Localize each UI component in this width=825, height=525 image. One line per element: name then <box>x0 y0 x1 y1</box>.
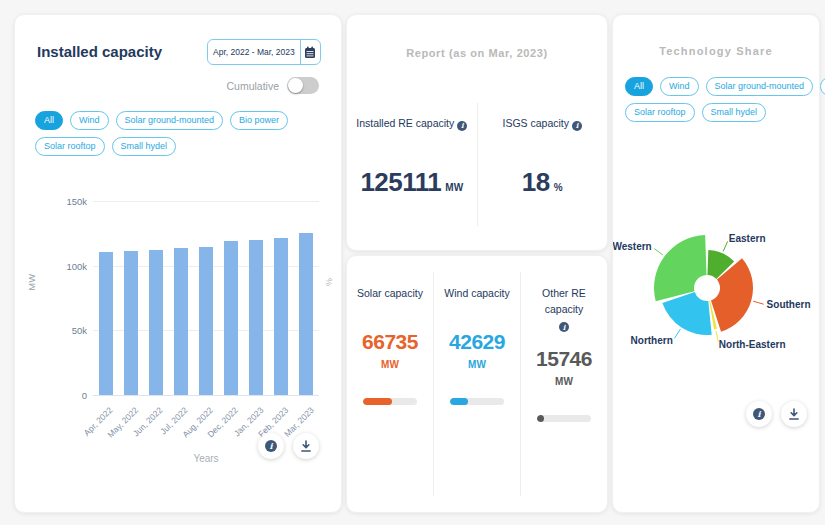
technology-share-title: Technology Share <box>613 45 819 57</box>
info-icon[interactable]: i <box>559 322 569 332</box>
y-tick-label: 50k <box>72 325 87 336</box>
filter-chip-solar-ground-mounted[interactable]: Solar ground-mounted <box>116 111 224 130</box>
metric-value: 125111 <box>360 167 441 198</box>
bar-jun-2022[interactable] <box>149 250 163 396</box>
y-tick-label: 100k <box>66 260 87 271</box>
bar-slot <box>294 201 319 395</box>
bar-slot <box>118 201 143 395</box>
capacity-value: 66735 <box>362 330 418 354</box>
metric-isgs-capacity: ISGS capacityi18% <box>478 103 608 226</box>
bar-apr-2022[interactable] <box>99 252 113 395</box>
filter-chip-solar-rooftop[interactable]: Solar rooftop <box>35 137 105 156</box>
report-metrics: Installed RE capacityi125111MWISGS capac… <box>347 103 607 226</box>
pie-label-north-eastern: North-Eastern <box>719 339 786 350</box>
metric-label: Installed RE capacityi <box>356 117 467 131</box>
info-button[interactable]: i <box>258 433 284 459</box>
capacity-solar-capacity: Solar capacity66735MW <box>347 272 434 496</box>
capacity-label: Solar capacity <box>357 286 423 316</box>
bar-slot <box>193 201 218 395</box>
metric-unit: MW <box>445 182 463 193</box>
capacity-unit: MW <box>555 376 573 387</box>
filter-chip-bio-power[interactable]: Bio power <box>230 111 288 130</box>
filter-chip-all[interactable]: All <box>625 77 653 96</box>
bars-container <box>93 201 319 395</box>
cumulative-label: Cumulative <box>226 80 279 92</box>
technology-filter-chips: AllWindSolar ground-mountedBio powerSola… <box>35 111 327 156</box>
download-icon <box>788 408 800 421</box>
report-title: Report (as on Mar, 2023) <box>347 47 607 59</box>
capacity-progress-fill <box>450 398 468 405</box>
cumulative-toggle[interactable] <box>287 77 319 94</box>
bar-feb-2023[interactable] <box>274 238 288 395</box>
cumulative-toggle-row: Cumulative <box>226 77 319 94</box>
bar-slot <box>219 201 244 395</box>
page-title: Installed capacity <box>37 43 162 60</box>
bar-slot <box>143 201 168 395</box>
capacity-unit: MW <box>468 359 486 370</box>
filter-chip-all[interactable]: All <box>35 111 63 130</box>
filter-chip-bio-power[interactable]: Bio power <box>820 77 825 96</box>
y-tick-label: 150k <box>66 196 87 207</box>
metric-value-row: 18% <box>522 167 563 198</box>
info-icon[interactable]: i <box>572 121 582 131</box>
capacity-label: Wind capacity <box>444 286 509 316</box>
y-tick-label: 0 <box>82 390 87 401</box>
filter-chip-solar-ground-mounted[interactable]: Solar ground-mounted <box>706 77 814 96</box>
pie-label-northern: Northern <box>631 335 673 346</box>
info-button[interactable]: i <box>746 401 772 427</box>
bar-may-2022[interactable] <box>124 251 138 395</box>
info-icon[interactable]: i <box>457 121 467 131</box>
date-range-value: Apr, 2022 - Mar, 2023 <box>208 47 300 57</box>
calendar-icon[interactable] <box>301 46 320 59</box>
technology-share-panel: Technology Share AllWindSolar ground-mou… <box>612 14 820 513</box>
download-button[interactable] <box>293 433 319 459</box>
capacity-progress-track <box>363 398 416 405</box>
capacity-progress-fill <box>537 415 544 422</box>
y-axis-label: MW <box>27 274 37 291</box>
report-panel: Report (as on Mar, 2023) Installed RE ca… <box>346 14 608 251</box>
pie-slice-northern[interactable] <box>662 292 711 335</box>
filter-chip-wind[interactable]: Wind <box>70 111 109 130</box>
capacity-progress-track <box>450 398 503 405</box>
bar-slot <box>93 201 118 395</box>
toggle-knob <box>288 78 303 93</box>
capacity-progress-track <box>537 415 590 422</box>
date-range-picker[interactable]: Apr, 2022 - Mar, 2023 <box>207 39 321 65</box>
metric-value: 18 <box>522 167 550 198</box>
pie-action-buttons: i <box>746 401 807 427</box>
bar-slot <box>168 201 193 395</box>
metric-unit: % <box>554 182 563 193</box>
filter-chip-wind[interactable]: Wind <box>660 77 699 96</box>
bar-jan-2023[interactable] <box>249 240 263 395</box>
region-share-donut-chart: EasternSouthernNorth-EasternNorthernWest… <box>613 191 821 403</box>
bar-chart <box>93 201 319 395</box>
filter-chip-solar-rooftop[interactable]: Solar rooftop <box>625 103 695 122</box>
bar-slot <box>244 201 269 395</box>
bar-mar-2023[interactable] <box>299 233 313 395</box>
metric-value-row: 125111MW <box>360 167 463 198</box>
secondary-y-axis-label: % <box>324 278 334 286</box>
bar-dec-2022[interactable] <box>224 241 238 395</box>
capacity-value: 15746 <box>536 347 592 371</box>
pie-leader-line <box>753 301 764 304</box>
info-icon: i <box>265 440 277 452</box>
bar-jul-2022[interactable] <box>174 248 188 395</box>
filter-chip-small-hydel[interactable]: Small hydel <box>702 103 767 122</box>
download-icon <box>300 440 312 453</box>
pie-slice-western[interactable] <box>654 235 707 301</box>
download-button[interactable] <box>781 401 807 427</box>
capacity-breakdown-panel: Solar capacity66735MWWind capacity42629M… <box>346 255 608 513</box>
gridline <box>93 395 319 396</box>
pie-label-southern: Southern <box>767 299 811 310</box>
capacity-wind-capacity: Wind capacity42629MW <box>434 272 521 496</box>
metric-installed-re-capacity: Installed RE capacityi125111MW <box>347 103 478 226</box>
pie-leader-line <box>654 248 663 255</box>
capacity-columns: Solar capacity66735MWWind capacity42629M… <box>347 272 607 496</box>
filter-chip-small-hydel[interactable]: Small hydel <box>112 137 177 156</box>
capacity-label: Other RE capacityi <box>529 286 599 333</box>
capacity-other-re-capacity: Other RE capacityi15746MW <box>521 272 607 496</box>
installed-capacity-panel: Installed capacity Apr, 2022 - Mar, 2023… <box>14 14 342 513</box>
pie-label-eastern: Eastern <box>729 233 766 244</box>
bar-aug-2022[interactable] <box>199 247 213 395</box>
chart-action-buttons: i <box>258 433 319 459</box>
